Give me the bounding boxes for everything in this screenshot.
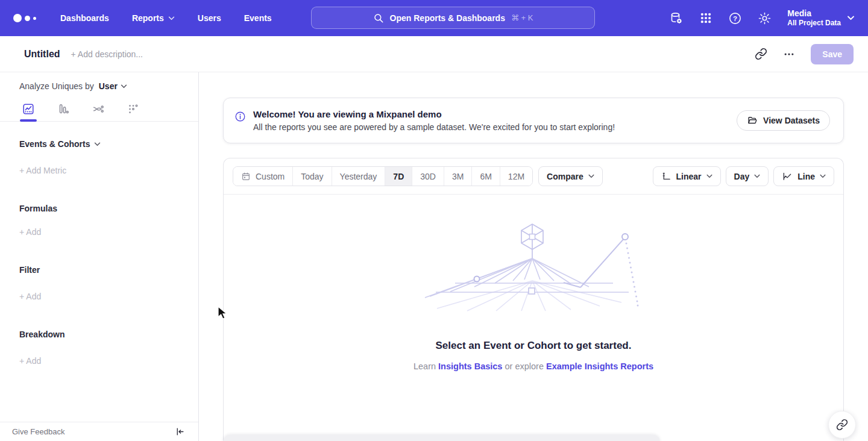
view-datasets-label: View Datasets — [763, 116, 820, 125]
compare-label: Compare — [547, 172, 583, 181]
help-icon[interactable]: ? — [728, 11, 742, 25]
nav-item-dashboards[interactable]: Dashboards — [60, 13, 109, 23]
report-card: Custom Today Yesterday 7D 30D 3M 6M 12M … — [223, 158, 844, 441]
date-range-3m[interactable]: 3M — [444, 167, 472, 186]
share-link-fab[interactable] — [828, 411, 856, 439]
nav-item-events[interactable]: Events — [244, 13, 272, 23]
search-icon — [373, 13, 384, 23]
search-shortcut: ⌘ + K — [511, 13, 533, 22]
analyze-value: User — [99, 81, 118, 91]
view-datasets-button[interactable]: View Datasets — [737, 110, 830, 131]
section-header-events-cohorts[interactable]: Events & Cohorts — [19, 139, 198, 149]
date-range-30d[interactable]: 30D — [412, 167, 444, 186]
interval-dropdown[interactable]: Day — [726, 166, 769, 186]
date-range-label: Custom — [256, 172, 285, 181]
section-header-breakdown: Breakdown — [19, 330, 198, 339]
chevron-down-icon — [820, 174, 826, 178]
save-button[interactable]: Save — [811, 44, 854, 64]
add-formula-button[interactable]: + Add — [19, 227, 198, 237]
subtitle-text: or explore — [505, 361, 543, 371]
more-options-icon[interactable] — [783, 48, 795, 60]
chart-type-dropdown[interactable]: Line — [773, 166, 834, 186]
date-range-custom[interactable]: Custom — [233, 167, 293, 186]
bottom-panel-edge[interactable] — [223, 435, 660, 441]
date-range-label: Today — [301, 172, 323, 181]
chart-type-label: Line — [797, 172, 815, 181]
nav-item-label: Reports — [132, 13, 164, 23]
info-icon — [234, 111, 246, 122]
date-range-selector: Custom Today Yesterday 7D 30D 3M 6M 12M — [233, 166, 533, 186]
date-range-label: 30D — [420, 172, 436, 181]
date-range-6m[interactable]: 6M — [472, 167, 500, 186]
svg-text:?: ? — [733, 14, 737, 22]
section-label: Events & Cohorts — [19, 139, 90, 149]
add-metric-button[interactable]: + Add Metric — [19, 166, 198, 175]
calendar-icon — [241, 172, 251, 181]
primary-nav: Dashboards Reports Users Events — [60, 13, 272, 23]
section-label: Filter — [19, 265, 40, 275]
demo-welcome-banner: Welcome! You are viewing a Mixpanel demo… — [223, 98, 844, 143]
banner-title: Welcome! You are viewing a Mixpanel demo — [253, 109, 615, 119]
logo-dot-large — [13, 14, 22, 22]
folder-icon — [747, 115, 758, 126]
formulas-section: Formulas + Add — [0, 204, 198, 237]
section-label: Formulas — [19, 204, 57, 213]
nav-item-label: Events — [244, 13, 272, 23]
data-management-icon[interactable] — [669, 11, 684, 25]
settings-gear-icon[interactable] — [758, 11, 772, 25]
date-range-today[interactable]: Today — [293, 167, 332, 186]
scale-dropdown[interactable]: Linear — [653, 166, 721, 186]
date-range-label: 6M — [480, 172, 491, 181]
section-header-formulas: Formulas — [19, 204, 198, 213]
interval-label: Day — [734, 172, 750, 181]
sidebar-footer: Give Feedback — [0, 422, 198, 441]
breakdown-section: Breakdown + Add — [0, 330, 198, 366]
section-label: Breakdown — [19, 330, 64, 339]
nav-item-users[interactable]: Users — [198, 13, 221, 23]
query-builder-sidebar: Analyze Uniques by User — [0, 72, 199, 441]
report-description-placeholder[interactable]: + Add description... — [71, 49, 143, 59]
chevron-down-icon — [847, 16, 855, 20]
analyze-value-dropdown[interactable]: User — [99, 81, 127, 91]
banner-subtitle: All the reports you see are powered by a… — [253, 122, 615, 132]
tab-bar-chart[interactable] — [53, 100, 74, 118]
date-range-yesterday[interactable]: Yesterday — [332, 167, 386, 186]
tab-insights-line[interactable] — [18, 100, 39, 118]
date-range-label: 3M — [452, 172, 464, 181]
nav-item-label: Dashboards — [60, 13, 109, 23]
chart-type-tabs — [0, 100, 198, 122]
nav-item-label: Users — [198, 13, 221, 23]
events-cohorts-section: Events & Cohorts + Add Metric — [0, 139, 198, 175]
report-header: Untitled + Add description... Save — [0, 36, 868, 72]
report-title[interactable]: Untitled — [24, 49, 60, 60]
main-content: Welcome! You are viewing a Mixpanel demo… — [199, 72, 868, 441]
logo-dot-medium — [25, 16, 30, 21]
date-range-12m[interactable]: 12M — [500, 167, 532, 186]
mixpanel-logo[interactable] — [13, 14, 41, 22]
example-reports-link[interactable]: Example Insights Reports — [546, 361, 653, 371]
analyze-row: Analyze Uniques by User — [0, 72, 198, 100]
date-range-7d[interactable]: 7D — [385, 167, 412, 186]
project-selector[interactable]: Media All Project Data — [787, 8, 855, 28]
insights-basics-link[interactable]: Insights Basics — [438, 361, 502, 371]
chevron-down-icon — [754, 174, 760, 178]
copy-link-icon[interactable] — [755, 48, 767, 60]
nav-item-reports[interactable]: Reports — [132, 13, 175, 23]
apps-grid-icon[interactable] — [699, 11, 712, 25]
logo-dot-small — [33, 17, 36, 20]
collapse-sidebar-icon[interactable] — [175, 427, 185, 437]
add-filter-button[interactable]: + Add — [19, 292, 198, 301]
compare-dropdown[interactable]: Compare — [538, 166, 603, 186]
project-scope: All Project Data — [787, 19, 841, 28]
tab-flows[interactable] — [88, 100, 108, 118]
global-search[interactable]: Open Reports & Dashboards ⌘ + K — [311, 7, 595, 29]
empty-state-illustration — [419, 220, 648, 312]
add-breakdown-button[interactable]: + Add — [19, 356, 198, 366]
filter-section: Filter + Add — [0, 265, 198, 301]
date-range-label: 12M — [508, 172, 524, 181]
empty-state: Select an Event or Cohort to get started… — [224, 195, 843, 371]
section-header-filter: Filter — [19, 265, 198, 275]
give-feedback-link[interactable]: Give Feedback — [12, 427, 64, 436]
tab-retention-grid[interactable] — [123, 100, 143, 118]
empty-state-subtitle: Learn Insights Basics or explore Example… — [414, 361, 653, 371]
